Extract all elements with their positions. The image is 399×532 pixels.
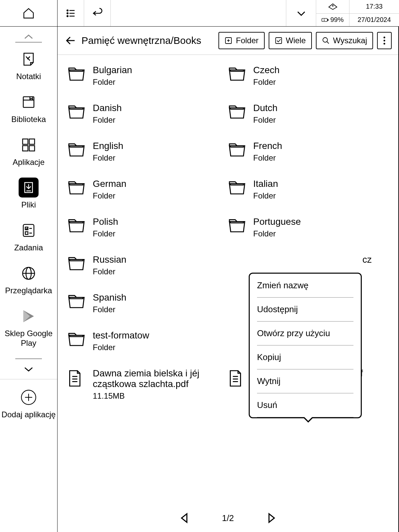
item-subtitle: Folder	[93, 115, 122, 125]
item-title: Russian	[93, 254, 126, 265]
back-button[interactable]	[64, 35, 76, 47]
folder-item[interactable]: test-formatowFolder	[67, 330, 228, 352]
apps-icon	[21, 137, 37, 153]
item-subtitle: Folder	[253, 115, 278, 125]
svg-point-35	[383, 40, 385, 41]
sidebar-add-app[interactable]: Dodaj aplikację	[0, 379, 57, 420]
multi-select-button[interactable]: Wiele	[269, 32, 312, 49]
sidebar-collapse-up[interactable]	[23, 30, 34, 42]
item-subtitle: Folder	[93, 343, 149, 352]
svg-point-4	[67, 15, 68, 16]
item-title: French	[253, 141, 282, 151]
chevron-up-icon	[23, 33, 34, 40]
battery-icon	[322, 17, 329, 23]
sidebar-item-biblioteka[interactable]: Biblioteka	[11, 92, 46, 124]
svg-point-34	[383, 37, 385, 38]
folder-item[interactable]: EnglishFolder	[67, 141, 228, 163]
svg-point-6	[332, 5, 333, 6]
item-subtitle: Folder	[93, 153, 123, 163]
item-title: German	[93, 179, 126, 189]
folder-item[interactable]: FrenchFolder	[228, 141, 389, 163]
folder-item[interactable]: DutchFolder	[228, 103, 389, 125]
folder-item[interactable]: RussianFolder	[67, 254, 228, 276]
wifi-indicator[interactable]	[316, 0, 349, 13]
ctx-delete[interactable]: Usuń	[257, 393, 353, 417]
svg-rect-12	[29, 139, 35, 144]
arrow-left-icon	[64, 35, 76, 47]
svg-point-36	[383, 43, 385, 45]
item-title: Bulgarian	[93, 65, 132, 75]
more-menu-button[interactable]	[377, 32, 392, 49]
sidebar-item-zadania[interactable]: Zadania	[14, 220, 43, 253]
folder-icon	[67, 66, 85, 81]
tasks-icon	[21, 222, 37, 238]
sidebar-item-aplikacje[interactable]: Aplikacje	[13, 135, 45, 167]
ctx-rename[interactable]: Zmień nazwę	[257, 274, 353, 298]
svg-rect-11	[23, 139, 28, 144]
page-indicator[interactable]: 1/2	[222, 513, 234, 523]
item-subtitle: Folder	[93, 191, 126, 200]
svg-point-2	[67, 13, 68, 14]
chevron-down-icon	[23, 366, 34, 372]
battery-percent: 99%	[330, 16, 343, 24]
globe-icon	[21, 265, 37, 281]
folder-icon	[228, 142, 246, 157]
files-icon	[22, 181, 35, 194]
home-button[interactable]	[0, 0, 58, 26]
sidebar: Notatki Biblioteka Aplikacje Pliki Zadan…	[0, 27, 58, 532]
search-icon	[322, 37, 330, 45]
ctx-cut[interactable]: Wytnij	[257, 369, 353, 393]
more-vertical-icon	[383, 36, 386, 45]
folder-icon	[67, 142, 85, 157]
undo-button[interactable]	[84, 0, 111, 26]
breadcrumb[interactable]: Pamięć wewnętrzna/Books	[81, 35, 214, 46]
sidebar-collapse-down[interactable]	[23, 366, 34, 372]
folder-item[interactable]: CzechFolder	[228, 65, 389, 87]
ctx-open-with[interactable]: Otwórz przy użyciu	[257, 322, 353, 345]
menu-list-button[interactable]	[58, 0, 84, 26]
svg-rect-31	[276, 38, 282, 44]
search-button[interactable]: Wyszukaj	[316, 32, 373, 49]
wifi-icon	[328, 3, 338, 10]
svg-point-0	[67, 10, 68, 11]
play-store-icon	[21, 308, 37, 324]
item-title: English	[93, 141, 123, 151]
document-icon	[228, 369, 246, 385]
folder-icon	[228, 104, 246, 119]
clock: 17:33	[349, 0, 399, 13]
folder-item[interactable]: PolishFolder	[67, 216, 228, 238]
folder-icon	[67, 180, 85, 195]
list-icon	[65, 8, 76, 19]
folder-icon	[67, 294, 85, 309]
item-subtitle: Folder	[93, 229, 118, 238]
sidebar-item-notatki[interactable]: Notatki	[16, 49, 41, 81]
item-subtitle: Folder	[253, 229, 301, 238]
item-title: Dutch	[253, 103, 278, 113]
sidebar-item-przegladarka[interactable]: Przeglądarka	[5, 263, 52, 296]
sidebar-item-pliki[interactable]: Pliki	[19, 178, 39, 210]
item-title: Czech	[253, 65, 280, 75]
dropdown-button[interactable]	[286, 0, 316, 26]
ctx-copy[interactable]: Kopiuj	[257, 345, 353, 369]
new-folder-button[interactable]: Folder	[218, 32, 264, 49]
file-item[interactable]: Dawna ziemia bielska i jéj cząstkowa szl…	[67, 368, 228, 401]
folder-item[interactable]: BulgarianFolder	[67, 65, 228, 87]
next-page-button[interactable]	[267, 513, 276, 523]
svg-rect-8	[328, 19, 329, 21]
folder-item[interactable]: GermanFolder	[67, 179, 228, 200]
folder-item[interactable]: ItalianFolder	[228, 179, 389, 200]
context-menu: Zmień nazwę Udostępnij Otwórz przy użyci…	[249, 273, 362, 418]
folder-item[interactable]: PortugueseFolder	[228, 216, 389, 238]
prev-page-button[interactable]	[180, 513, 189, 523]
svg-point-32	[323, 38, 328, 42]
triangle-left-icon	[180, 513, 189, 523]
folder-item[interactable]: SpanishFolder	[67, 292, 228, 314]
item-title: test-formatow	[93, 330, 149, 341]
folder-item[interactable]: DanishFolder	[67, 103, 228, 125]
undo-icon	[91, 7, 103, 19]
ctx-share[interactable]: Udostępnij	[257, 298, 353, 322]
item-subtitle: Folder	[93, 305, 126, 314]
item-subtitle: Folder	[93, 77, 132, 87]
sidebar-item-googleplay[interactable]: Sklep Google Play	[0, 306, 57, 348]
library-icon	[21, 94, 37, 110]
